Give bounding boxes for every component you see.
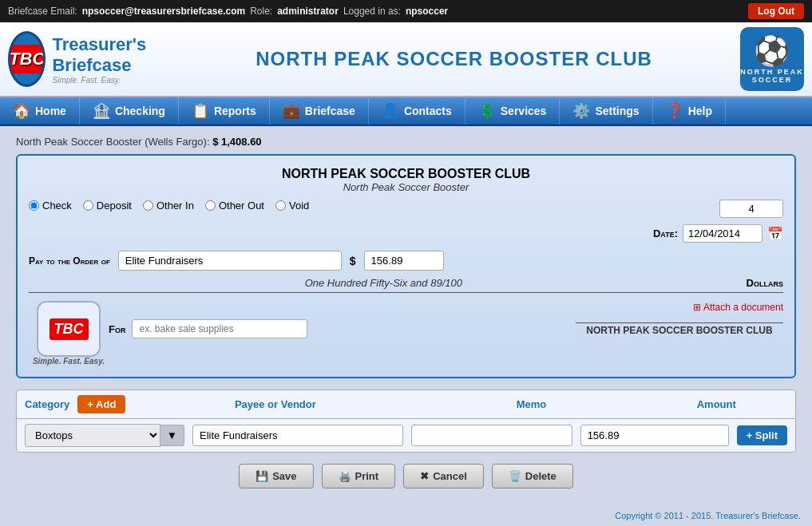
logo-text-area: Treasurer's Briefcase Simple. Fast. Easy… xyxy=(52,34,168,85)
nav-reports-label: Reports xyxy=(214,105,256,117)
check-right-area: Attach a document For NORTH PEAK SOCCER … xyxy=(109,301,783,366)
print-button[interactable]: 🖨️ Print xyxy=(322,464,396,488)
action-row: 💾 Save 🖨️ Print ✖ Cancel 🗑️ Delete xyxy=(16,464,796,488)
nav-home[interactable]: 🏠 Home xyxy=(0,97,80,125)
radio-check-label: Check xyxy=(42,200,72,212)
nav-checking[interactable]: 🏦 Checking xyxy=(80,97,179,125)
check-num-date: Date: 📅 xyxy=(653,200,783,243)
payee-input[interactable] xyxy=(118,251,342,271)
radio-otherout-label: Other Out xyxy=(219,200,264,212)
radio-check-input[interactable] xyxy=(29,200,39,211)
dollar-sign: $ xyxy=(350,255,356,267)
nav-bar: 🏠 Home 🏦 Checking 📋 Reports 💼 Briefcase … xyxy=(0,97,812,126)
account-line: North Peak Soccer Booster (Wells Fargo):… xyxy=(16,136,796,148)
memo-data-input[interactable] xyxy=(411,425,572,446)
pay-to-label: Pay to the Order of xyxy=(29,255,110,267)
sig-line: NORTH PEAK SOCCER BOOSTER CLUB xyxy=(576,322,783,336)
delete-button[interactable]: 🗑️ Delete xyxy=(492,464,573,488)
soccer-label-top: NORTH PEAK xyxy=(740,68,804,76)
nav-briefcase[interactable]: 💼 Briefcase xyxy=(270,97,369,125)
logo-box: TBC xyxy=(8,31,46,87)
briefcase-email: npsoccer@treasurersbriefcase.com xyxy=(82,6,245,17)
check-header: NORTH PEAK SOCCER BOOSTER CLUB North Pea… xyxy=(29,167,783,193)
header: TBC Treasurer's Briefcase Simple. Fast. … xyxy=(0,22,812,97)
cancel-label: Cancel xyxy=(433,470,467,482)
nav-checking-label: Checking xyxy=(115,105,165,117)
amount-col-label: Amount xyxy=(646,398,787,410)
logo-title: Treasurer's Briefcase xyxy=(52,34,168,76)
nav-help[interactable]: ❓ Help xyxy=(653,97,726,125)
tbc-logo-small: TBC xyxy=(37,301,101,357)
logged-user: npsoccer xyxy=(406,6,448,17)
briefcase-email-label: Briefcase Email: xyxy=(8,6,77,17)
amount-words-row: One Hundred Fifty-Six and 89/100 Dollars xyxy=(29,277,783,293)
memo-col-label: Memo xyxy=(425,398,637,410)
date-row: Date: 📅 xyxy=(653,224,783,243)
attach-link[interactable]: Attach a document xyxy=(693,302,783,313)
nav-reports[interactable]: 📋 Reports xyxy=(179,97,270,125)
radio-deposit[interactable]: Deposit xyxy=(83,200,132,212)
for-input[interactable] xyxy=(132,319,307,338)
payee-data-input[interactable] xyxy=(192,425,403,446)
role-value: administrator xyxy=(277,6,339,17)
category-data-row: Boxtops ▼ + Split xyxy=(17,419,795,452)
services-icon: 💲 xyxy=(478,102,496,120)
contacts-icon: 👤 xyxy=(382,102,399,120)
content: North Peak Soccer Booster (Wells Fargo):… xyxy=(0,126,812,506)
nav-services-label: Services xyxy=(501,105,547,117)
date-label: Date: xyxy=(653,227,678,239)
nav-settings-label: Settings xyxy=(595,105,639,117)
radio-otherin-input[interactable] xyxy=(143,200,153,211)
radio-deposit-input[interactable] xyxy=(83,200,93,211)
nav-settings[interactable]: ⚙️ Settings xyxy=(560,97,652,125)
nav-help-label: Help xyxy=(688,105,712,117)
date-input[interactable] xyxy=(683,224,762,243)
help-icon: ❓ xyxy=(666,102,683,120)
radio-void-input[interactable] xyxy=(275,200,286,211)
nav-home-label: Home xyxy=(35,105,66,117)
radio-otherin[interactable]: Other In xyxy=(143,200,194,212)
check-form: NORTH PEAK SOCCER BOOSTER CLUB North Pea… xyxy=(16,154,796,378)
save-button[interactable]: 💾 Save xyxy=(239,464,313,488)
save-icon: 💾 xyxy=(255,470,268,482)
category-dropdown-arrow[interactable]: ▼ xyxy=(160,425,184,446)
dollars-label: Dollars xyxy=(747,277,783,289)
cancel-button[interactable]: ✖ Cancel xyxy=(403,464,484,488)
calendar-icon[interactable]: 📅 xyxy=(767,226,783,241)
logged-label: Logged in as: xyxy=(343,6,401,17)
radio-void[interactable]: Void xyxy=(275,200,309,212)
soccer-ball-area: ⚽ NORTH PEAK SOCCER xyxy=(740,27,804,91)
category-select[interactable]: Boxtops xyxy=(25,424,160,447)
amount-data-input[interactable] xyxy=(580,425,729,446)
split-button[interactable]: + Split xyxy=(737,425,787,445)
logo-area: TBC Treasurer's Briefcase Simple. Fast. … xyxy=(8,31,168,87)
checking-icon: 🏦 xyxy=(93,102,110,120)
reports-icon: 📋 xyxy=(192,102,209,120)
role-label: Role: xyxy=(250,6,272,17)
check-org-name: NORTH PEAK SOCCER BOOSTER CLUB xyxy=(29,167,783,181)
print-label: Print xyxy=(355,470,379,482)
nav-services[interactable]: 💲 Services xyxy=(465,97,560,125)
home-icon: 🏠 xyxy=(13,102,30,120)
radio-otherout-input[interactable] xyxy=(205,200,216,211)
check-number-input[interactable] xyxy=(719,200,783,218)
cancel-icon: ✖ xyxy=(420,470,429,482)
radio-group: Check Deposit Other In Other Out Void xyxy=(29,200,309,212)
cat-header-row: Category + Add Payee or Vendor Memo Amou… xyxy=(17,390,795,419)
add-category-button[interactable]: + Add xyxy=(77,395,125,413)
sig-area: NORTH PEAK SOCCER BOOSTER CLUB xyxy=(314,322,783,336)
nav-contacts[interactable]: 👤 Contacts xyxy=(369,97,465,125)
check-org-sub: North Peak Soccer Booster xyxy=(29,181,783,193)
tbc-logo-area: TBC Simple. Fast. Easy. xyxy=(29,301,109,366)
nav-contacts-label: Contacts xyxy=(404,105,452,117)
radio-check[interactable]: Check xyxy=(29,200,72,212)
settings-icon: ⚙️ xyxy=(572,102,590,120)
attach-area: Attach a document xyxy=(109,301,783,313)
radio-otherout[interactable]: Other Out xyxy=(205,200,264,212)
save-label: Save xyxy=(272,470,296,482)
logout-button[interactable]: Log Out xyxy=(748,3,804,19)
category-col-label: Category xyxy=(25,398,69,410)
amount-input[interactable] xyxy=(364,251,444,271)
briefcase-icon: 💼 xyxy=(283,102,300,120)
account-amount: $ 1,408.60 xyxy=(212,136,261,148)
